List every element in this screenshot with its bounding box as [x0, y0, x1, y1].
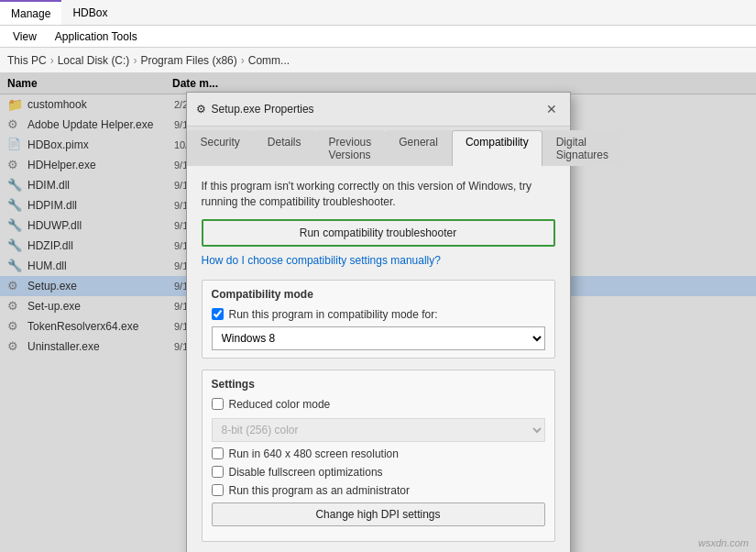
- explorer-area: Name Date m... 📁 customhook 2/21/20 ⚙ Ad…: [0, 73, 756, 552]
- properties-dialog: ⚙ Setup.exe Properties ✕ Security Detail…: [186, 92, 571, 552]
- tab-details[interactable]: Details: [254, 130, 315, 166]
- compatibility-mode-section: Compatibility mode Run this program in c…: [202, 280, 555, 359]
- run-as-admin-checkbox-row: Run this program as an administrator: [212, 484, 545, 497]
- compat-mode-dropdown[interactable]: Windows 8 Windows 7 Windows Vista Window…: [212, 326, 545, 350]
- run-compatibility-troubleshooter-button[interactable]: Run compatibility troubleshooter: [202, 219, 555, 247]
- breadcrumb-part-2[interactable]: Local Disk (C:): [58, 54, 130, 67]
- reduced-color-checkbox[interactable]: [212, 398, 224, 410]
- tab-digital-signatures[interactable]: Digital Signatures: [542, 130, 622, 166]
- disable-fullscreen-checkbox[interactable]: [212, 466, 224, 478]
- ribbon-subtab-view[interactable]: View: [4, 28, 46, 45]
- reduced-color-label: Reduced color mode: [229, 398, 331, 411]
- breadcrumb-sep-2: ›: [133, 54, 137, 67]
- compat-mode-dropdown-row: Windows 8 Windows 7 Windows Vista Window…: [212, 326, 545, 350]
- dialog-title-icon: ⚙: [196, 103, 206, 116]
- run-as-admin-label: Run this program as an administrator: [229, 484, 410, 497]
- modal-overlay: ⚙ Setup.exe Properties ✕ Security Detail…: [0, 73, 756, 552]
- disable-fullscreen-checkbox-row: Disable fullscreen optimizations: [212, 466, 545, 479]
- dialog-title: ⚙ Setup.exe Properties: [196, 103, 314, 116]
- ribbon-bar: Manage HDBox: [0, 0, 756, 26]
- screen-resolution-checkbox[interactable]: [212, 447, 224, 459]
- compat-mode-checkbox-label: Run this program in compatibility mode f…: [229, 308, 438, 321]
- dialog-title-text: Setup.exe Properties: [212, 103, 314, 116]
- dialog-body: If this program isn't working correctly …: [187, 166, 570, 552]
- tab-security[interactable]: Security: [187, 130, 254, 166]
- how-to-choose-link[interactable]: How do I choose compatibility settings m…: [202, 254, 555, 267]
- breadcrumb: This PC › Local Disk (C:) › Program File…: [0, 48, 756, 73]
- breadcrumb-part-1[interactable]: This PC: [7, 54, 47, 67]
- disable-fullscreen-label: Disable fullscreen optimizations: [229, 466, 383, 479]
- watermark: wsxdn.com: [698, 537, 749, 548]
- screen-resolution-label: Run in 640 x 480 screen resolution: [229, 447, 399, 460]
- color-dropdown: 8-bit (256) color: [212, 418, 545, 442]
- ribbon-subtab-application-tools[interactable]: Application Tools: [46, 28, 147, 45]
- intro-text: If this program isn't working correctly …: [202, 179, 555, 210]
- breadcrumb-part-4[interactable]: Comm...: [248, 54, 290, 67]
- ribbon-tab-manage[interactable]: Manage: [0, 0, 61, 25]
- dialog-tabs: Security Details Previous Versions Gener…: [187, 127, 570, 166]
- change-high-dpi-button[interactable]: Change high DPI settings: [212, 502, 545, 526]
- settings-section: Settings Reduced color mode 8-bit (256) …: [202, 370, 555, 542]
- dialog-close-button[interactable]: ✕: [542, 100, 561, 118]
- ribbon-subtabs: View Application Tools: [0, 26, 756, 48]
- compat-mode-label: Compatibility mode: [212, 288, 545, 301]
- ribbon-tab-hdbox[interactable]: HDBox: [61, 0, 118, 25]
- compat-mode-checkbox-row: Run this program in compatibility mode f…: [212, 308, 545, 321]
- breadcrumb-sep-1: ›: [50, 54, 54, 67]
- tab-general[interactable]: General: [385, 130, 452, 166]
- breadcrumb-part-3[interactable]: Program Files (x86): [140, 54, 236, 67]
- dialog-titlebar: ⚙ Setup.exe Properties ✕: [187, 93, 570, 127]
- settings-label: Settings: [212, 378, 545, 391]
- breadcrumb-sep-3: ›: [241, 54, 245, 67]
- run-as-admin-checkbox[interactable]: [212, 484, 224, 496]
- reduced-color-checkbox-row: Reduced color mode: [212, 398, 545, 411]
- tab-previous-versions[interactable]: Previous Versions: [315, 130, 386, 166]
- screen-resolution-checkbox-row: Run in 640 x 480 screen resolution: [212, 447, 545, 460]
- tab-compatibility[interactable]: Compatibility: [452, 130, 542, 166]
- compat-mode-checkbox[interactable]: [212, 308, 224, 320]
